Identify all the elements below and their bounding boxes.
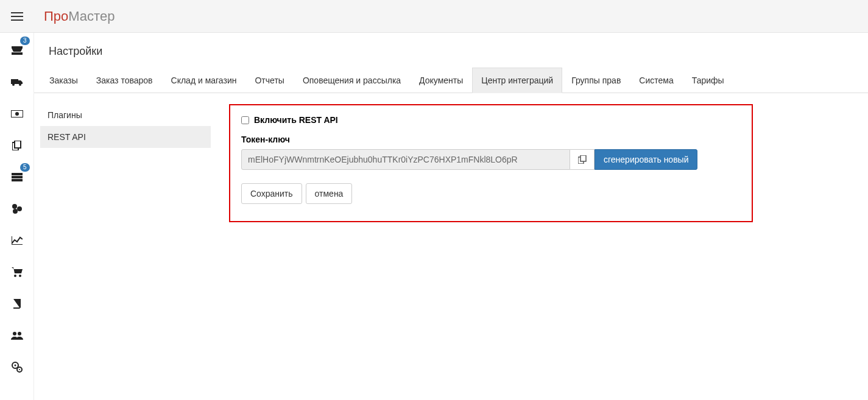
svg-point-3	[15, 112, 19, 116]
svg-rect-8	[12, 179, 23, 181]
copy-token-button[interactable]	[570, 149, 595, 170]
tab-warehouse[interactable]: Склад и магазин	[162, 68, 246, 93]
save-button[interactable]: Сохранить	[241, 183, 302, 204]
left-nav: Плагины REST API	[40, 104, 211, 222]
tab-permission-groups[interactable]: Группы прав	[562, 68, 630, 93]
layers-icon[interactable]: 5	[8, 168, 26, 186]
brand-part2: Мастер	[68, 9, 115, 24]
tab-orders[interactable]: Заказы	[40, 68, 87, 93]
nav-plugins[interactable]: Плагины	[40, 104, 211, 126]
tabs: Заказы Заказ товаров Склад и магазин Отч…	[34, 68, 868, 93]
tab-tariffs[interactable]: Тарифы	[683, 68, 733, 93]
rest-api-panel: Включить REST API Токен-ключ сгенерирова…	[229, 104, 753, 222]
tab-notifications[interactable]: Оповещения и рассылка	[294, 68, 410, 93]
svg-point-13	[19, 275, 21, 277]
tab-documents[interactable]: Документы	[410, 68, 472, 93]
brand-part1: Про	[44, 9, 68, 24]
svg-rect-7	[12, 176, 23, 178]
svg-point-9	[12, 204, 17, 209]
svg-point-15	[18, 332, 21, 335]
svg-point-0	[12, 83, 15, 86]
enable-rest-api-checkbox[interactable]	[241, 116, 249, 124]
svg-point-1	[19, 83, 21, 86]
copy-icon[interactable]	[8, 136, 26, 155]
hamburger-menu-button[interactable]	[7, 9, 27, 24]
svg-point-14	[13, 332, 16, 335]
cart-icon[interactable]	[8, 263, 26, 281]
svg-point-10	[17, 206, 22, 211]
nav-rest-api[interactable]: REST API	[40, 126, 211, 148]
token-label: Токен-ключ	[241, 135, 741, 144]
svg-rect-21	[580, 155, 586, 161]
topbar: ПроМастер	[0, 0, 868, 33]
chart-line-icon[interactable]	[8, 231, 26, 250]
truck-icon[interactable]	[8, 73, 26, 91]
inbox-badge: 3	[20, 37, 30, 45]
cancel-button[interactable]: отмена	[306, 183, 353, 204]
money-icon[interactable]	[8, 105, 26, 123]
svg-point-19	[19, 369, 20, 370]
svg-point-11	[13, 209, 18, 214]
generate-new-button[interactable]: сгенерировать новый	[595, 149, 697, 170]
svg-point-12	[14, 275, 16, 277]
page-title: Настройки	[34, 33, 868, 68]
globe-icon[interactable]	[8, 200, 26, 218]
copy-icon	[578, 155, 587, 164]
svg-point-17	[14, 365, 16, 367]
tab-system[interactable]: Система	[630, 68, 682, 93]
main-content: Настройки Заказы Заказ товаров Склад и м…	[34, 33, 868, 400]
users-icon[interactable]	[8, 326, 26, 345]
tab-reports[interactable]: Отчеты	[245, 68, 293, 93]
tab-integrations[interactable]: Центр интеграций	[472, 68, 562, 93]
enable-rest-api-label: Включить REST API	[254, 115, 338, 125]
token-input[interactable]	[241, 149, 570, 170]
sidebar: 3 5	[0, 33, 34, 400]
svg-rect-5	[15, 141, 21, 148]
tab-product-orders[interactable]: Заказ товаров	[87, 68, 162, 93]
cogs-icon[interactable]	[8, 358, 26, 376]
book-icon[interactable]	[8, 295, 26, 313]
layers-badge: 5	[20, 163, 30, 172]
brand-logo: ПроМастер	[44, 9, 115, 24]
inbox-icon[interactable]: 3	[8, 41, 26, 60]
svg-rect-6	[12, 173, 23, 175]
